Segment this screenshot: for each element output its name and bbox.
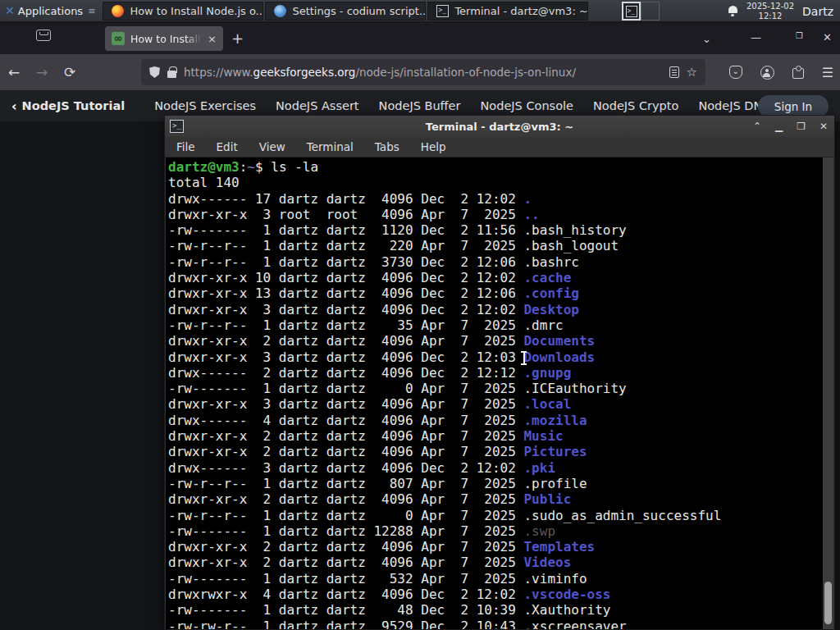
- nav-item-nodejs-console[interactable]: NodeJS Console: [481, 99, 574, 112]
- bookmark-star-icon[interactable]: ☆: [687, 65, 697, 80]
- system-tray: 2025-12-02 12:12 Dartz: [728, 0, 840, 22]
- panel-window-button[interactable]: >_Terminal - dartz@vm3: ~: [427, 2, 588, 21]
- terminal-shade-button[interactable]: ⌃: [753, 121, 761, 132]
- menu-grip-icon: ≡: [88, 6, 95, 16]
- terminal-icon: >_: [626, 6, 637, 17]
- terminal-ls-row: -rw-r--r-- 1 dartz dartz 0 Apr 7 2025 .s…: [168, 508, 824, 523]
- nav-item-nodejs-crypto[interactable]: NodeJS Crypto: [593, 99, 678, 112]
- terminal-title: Terminal - dartz@vm3: ~: [165, 121, 834, 133]
- terminal-ls-row: drwx------ 2 dartz dartz 4096 Dec 2 12:1…: [168, 365, 824, 381]
- firefox-view-button[interactable]: [36, 30, 54, 46]
- terminal-minimize-button[interactable]: ▁: [775, 121, 783, 132]
- terminal-ls-row: drwxr-xr-x 2 dartz dartz 4096 Apr 7 2025…: [168, 539, 824, 555]
- nav-item-nodejs-assert[interactable]: NodeJS Assert: [276, 99, 359, 112]
- extensions-icon[interactable]: [792, 68, 804, 79]
- forward-button[interactable]: →: [28, 64, 56, 80]
- panel-window-button[interactable]: How to Install Node.js o...: [103, 2, 263, 21]
- user-menu[interactable]: Dartz: [802, 5, 833, 18]
- panel-window-button[interactable]: Settings - codium script...: [265, 2, 426, 21]
- url-bar[interactable]: https://www.geeksforgeeks.org/node-js/in…: [141, 59, 705, 85]
- clock[interactable]: 2025-12-02 12:12: [746, 2, 794, 21]
- terminal-ls-row: drwx------ 3 dartz dartz 4096 Dec 2 12:0…: [168, 460, 824, 476]
- terminal-maximize-button[interactable]: ❒: [797, 121, 806, 132]
- applications-label: Applications: [18, 5, 83, 17]
- terminal-scrollbar-thumb[interactable]: [824, 582, 832, 624]
- terminal-ls-row: -rw------- 1 dartz dartz 48 Dec 2 10:39 …: [168, 602, 824, 618]
- browser-tab[interactable]: ∞ How to Install Node.js on ×: [105, 26, 223, 51]
- notification-bell-icon[interactable]: [728, 6, 738, 16]
- terminal-window-controls: ⌃ ▁ ❒ ✕: [753, 116, 828, 137]
- terminal-ls-row: drwxr-xr-x 3 dartz dartz 4096 Dec 2 12:0…: [168, 302, 824, 317]
- terminal-ls-row: drwxr-xr-x 2 dartz dartz 4096 Apr 7 2025…: [168, 444, 824, 459]
- terminal-prompt-line: dartz@vm3:~$ ls -la: [168, 159, 824, 175]
- tab-list-chevron-icon[interactable]: ⌄: [702, 33, 711, 45]
- workspace-1[interactable]: >_: [622, 2, 641, 21]
- nav-back-chevron-icon[interactable]: ‹: [11, 98, 17, 114]
- window-button-label: Settings - codium script...: [292, 5, 426, 17]
- terminal-menu-view[interactable]: View: [259, 140, 285, 153]
- nav-item-nodejs-buffer[interactable]: NodeJS Buffer: [379, 99, 461, 112]
- terminal-icon: >_: [436, 5, 449, 17]
- terminal-ls-row: -rw-r--r-- 1 dartz dartz 220 Apr 7 2025 …: [168, 238, 824, 253]
- terminal-menu-help[interactable]: Help: [421, 140, 446, 153]
- sign-in-button[interactable]: Sign In: [758, 95, 829, 117]
- terminal-output[interactable]: dartz@vm3:~$ ls -latotal 140drwx------ 1…: [166, 158, 824, 629]
- top-panel: ✕ Applications ≡ How to Install Node.js …: [0, 0, 840, 22]
- terminal-ls-row: drwxr-xr-x 3 root root 4096 Apr 7 2025 .…: [168, 207, 824, 222]
- clock-time: 12:12: [746, 11, 794, 21]
- terminal-menu-file[interactable]: File: [176, 140, 195, 153]
- terminal-window: >_ Terminal - dartz@vm3: ~ ⌃ ▁ ❒ ✕ FileE…: [164, 115, 835, 630]
- tab-title: How to Install Node.js on: [130, 33, 202, 45]
- terminal-ls-row: drwxr-xr-x 2 dartz dartz 4096 Apr 7 2025…: [168, 333, 824, 349]
- terminal-total-line: total 140: [168, 175, 824, 190]
- https-lock-icon[interactable]: [167, 71, 176, 78]
- terminal-ls-row: drwxr-xr-x 13 dartz dartz 4096 Dec 2 12:…: [168, 285, 824, 301]
- window-button-label: Terminal - dartz@vm3: ~: [454, 5, 587, 17]
- tab-close-icon[interactable]: ×: [208, 33, 217, 45]
- reload-button[interactable]: ⟳: [56, 64, 84, 80]
- back-button[interactable]: ←: [0, 64, 28, 80]
- terminal-ls-row: -rw-r--r-- 1 dartz dartz 3730 Dec 2 12:0…: [168, 254, 824, 270]
- terminal-ls-row: -rw-r--r-- 1 dartz dartz 807 Apr 7 2025 …: [168, 476, 824, 491]
- terminal-ls-row: drwxr-xr-x 3 dartz dartz 4096 Apr 7 2025…: [168, 396, 824, 412]
- nav-item-nodejs-tutorial[interactable]: NodeJS Tutorial: [22, 99, 126, 112]
- terminal-ls-row: drwxr-xr-x 3 dartz dartz 4096 Dec 2 12:0…: [168, 349, 824, 365]
- terminal-ls-row: -rw------- 1 dartz dartz 1120 Dec 2 11:5…: [168, 222, 824, 238]
- workspace-2[interactable]: [641, 2, 660, 21]
- new-tab-button[interactable]: +: [231, 30, 244, 47]
- terminal-ls-row: -rw------- 1 dartz dartz 0 Apr 7 2025 .I…: [168, 381, 824, 396]
- clock-date: 2025-12-02: [746, 2, 794, 11]
- terminal-ls-row: drwxr-xr-x 2 dartz dartz 4096 Apr 7 2025…: [168, 428, 824, 444]
- tracking-protection-shield-icon[interactable]: [149, 66, 160, 78]
- terminal-ls-row: -rw-r--r-- 1 dartz dartz 35 Apr 7 2025 .…: [168, 317, 824, 333]
- terminal-ls-row: drwxrwxr-x 4 dartz dartz 4096 Dec 2 12:0…: [168, 587, 824, 602]
- firefox-view-icon: [36, 30, 51, 41]
- browser-minimize-button[interactable]: —: [751, 31, 761, 43]
- terminal-ls-row: drwx------ 4 dartz dartz 4096 Apr 7 2025…: [168, 413, 824, 428]
- terminal-text: dartz@vm3:~$ ls -latotal 140drwx------ 1…: [166, 158, 824, 629]
- terminal-menu-edit[interactable]: Edit: [217, 140, 238, 153]
- nav-item-nodejs-exercises[interactable]: NodeJS Exercises: [154, 99, 256, 112]
- terminal-titlebar[interactable]: >_ Terminal - dartz@vm3: ~ ⌃ ▁ ❒ ✕: [165, 116, 834, 137]
- terminal-menubar: FileEditViewTerminalTabsHelp: [165, 137, 834, 158]
- url-text[interactable]: https://www.geeksforgeeks.org/node-js/in…: [184, 66, 662, 79]
- terminal-ls-row: -rw------- 1 dartz dartz 12288 Apr 7 202…: [168, 523, 824, 539]
- pocket-icon[interactable]: ⌄: [729, 66, 742, 79]
- toolbar-right-icons: ⌄ ☰: [729, 59, 833, 85]
- reader-view-icon[interactable]: [669, 66, 679, 78]
- window-button-label: How to Install Node.js o...: [130, 5, 263, 17]
- terminal-ls-row: -rw------- 1 dartz dartz 532 Apr 7 2025 …: [168, 571, 824, 587]
- codium-icon: [274, 5, 286, 17]
- terminal-menu-terminal[interactable]: Terminal: [307, 140, 354, 153]
- menu-hamburger-icon[interactable]: ☰: [822, 65, 833, 80]
- terminal-menu-tabs[interactable]: Tabs: [375, 140, 399, 153]
- distro-logo-icon: ✕: [5, 4, 13, 17]
- browser-close-button[interactable]: ✕: [823, 31, 832, 43]
- workspace-switcher[interactable]: >_: [622, 2, 660, 21]
- browser-maximize-button[interactable]: ❒: [796, 31, 803, 40]
- terminal-close-button[interactable]: ✕: [819, 121, 828, 132]
- terminal-ls-row: -rw-rw-r-- 1 dartz dartz 9529 Dec 2 10:4…: [168, 619, 824, 629]
- terminal-scrollbar[interactable]: [823, 158, 833, 629]
- applications-menu[interactable]: ✕ Applications ≡: [0, 0, 102, 22]
- account-icon[interactable]: [760, 66, 774, 80]
